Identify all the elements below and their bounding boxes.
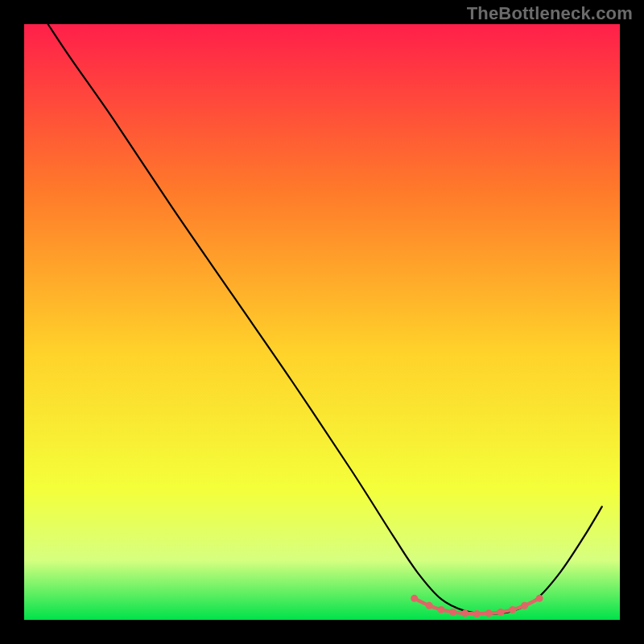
marker-dot xyxy=(449,609,456,616)
marker-dot xyxy=(536,595,543,602)
marker-dot xyxy=(473,610,481,617)
marker-dot xyxy=(438,606,445,613)
marker-dot xyxy=(461,609,469,617)
marker-dot xyxy=(426,602,433,609)
marker-dot xyxy=(509,606,516,613)
bottleneck-chart: TheBottleneck.com xyxy=(0,0,644,644)
marker-dot xyxy=(485,609,493,617)
plot-area xyxy=(24,24,620,620)
marker-dot xyxy=(521,602,528,609)
marker-dot xyxy=(497,609,505,616)
watermark-text: TheBottleneck.com xyxy=(467,3,633,24)
chart-svg xyxy=(0,0,644,644)
marker-dot xyxy=(411,595,418,602)
